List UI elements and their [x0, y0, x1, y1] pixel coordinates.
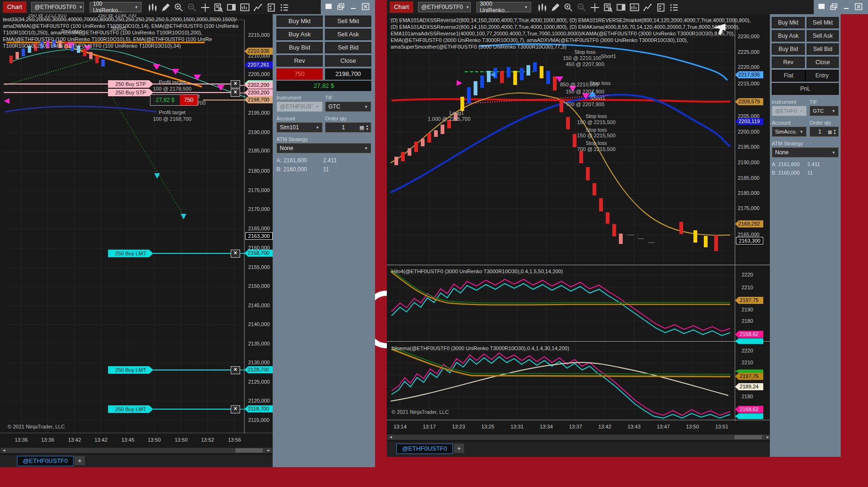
sell-mkt-button[interactable]: Sell Mkt	[807, 17, 839, 28]
order-qty-input[interactable]: 1 ▦ ▲▼	[810, 126, 839, 137]
cancel-order-button[interactable]: ×	[231, 89, 240, 97]
drawing-objects-icon[interactable]	[253, 2, 263, 12]
scrollbar-thumb[interactable]	[235, 448, 263, 453]
strategy-analyzer-icon[interactable]	[266, 2, 276, 12]
indicator-tag-gold: 2197,75	[735, 297, 763, 304]
sell-ask-button[interactable]: Sell Ask	[807, 30, 839, 42]
data-box-icon[interactable]	[213, 2, 224, 12]
data-box-icon[interactable]	[603, 2, 613, 12]
calculator-icon[interactable]: ▦	[828, 129, 832, 134]
cancel-order-button[interactable]: ×	[231, 405, 240, 413]
buy-stop-order-label[interactable]: 250 Buy STP	[108, 89, 153, 96]
instrument-tab[interactable]: @ETHF0USTF0	[17, 456, 74, 466]
cancel-order-button[interactable]: ×	[231, 366, 240, 374]
buy-bid-button[interactable]: Buy Bid	[276, 42, 323, 53]
reverse-button[interactable]: Rev	[772, 57, 805, 68]
atm-strategy-selector[interactable]: None▼	[772, 147, 839, 158]
drawing-objects-icon[interactable]	[643, 2, 653, 12]
order-panel-icon[interactable]	[226, 2, 237, 12]
properties-icon[interactable]	[279, 2, 290, 12]
qty-up-icon[interactable]: ▲	[366, 124, 369, 127]
sell-ask-button[interactable]: Sell Ask	[325, 29, 371, 40]
crosshair-icon[interactable]	[200, 2, 210, 12]
scroll-right-icon[interactable]: ►	[266, 448, 272, 453]
sell-bid-button[interactable]: Sell Bid	[807, 43, 839, 55]
panel-divider[interactable]	[387, 341, 772, 342]
account-selector[interactable]: Sim101▼	[276, 122, 323, 133]
calculator-icon[interactable]: ▦	[359, 125, 364, 131]
cancel-order-button[interactable]: ×	[231, 80, 240, 88]
maximize-icon[interactable]	[325, 3, 333, 10]
zoom-in-icon[interactable]	[174, 2, 184, 12]
entry-button[interactable]: Entry	[805, 70, 839, 82]
position-qty-value: 750	[180, 95, 198, 105]
right-chart-area[interactable]: (D) EMA101ADXSSReverse2(800,14,150,2000,…	[387, 14, 772, 421]
zoom-out-icon[interactable]	[576, 2, 587, 12]
properties-icon[interactable]	[669, 2, 679, 12]
left-chart-area[interactable]: test33(34,250,20000,30000,40000,70000,80…	[0, 14, 273, 433]
order-panel-icon[interactable]	[616, 2, 626, 12]
maximize-icon[interactable]	[818, 3, 826, 10]
right-instrument-select[interactable]: @ETHF0USTF0 ▼	[418, 2, 471, 12]
price-tick: 2180,000	[738, 190, 760, 196]
chart-style-icon[interactable]	[147, 2, 158, 12]
qty-down-icon[interactable]: ▼	[366, 127, 369, 131]
sell-mkt-button[interactable]: Sell Mkt	[325, 16, 371, 27]
order-qty-input[interactable]: 1 ▦ ▲▼	[325, 122, 371, 133]
buy-limit-order-label[interactable]: 250 Buy LMT	[108, 366, 153, 374]
close-icon[interactable]	[361, 3, 370, 10]
zoom-in-icon[interactable]	[563, 2, 574, 12]
scroll-left-icon[interactable]: ◄	[388, 435, 394, 440]
add-tab-button[interactable]: +	[75, 456, 85, 465]
buy-ask-button[interactable]: Buy Ask	[772, 30, 805, 42]
close-position-button[interactable]: Close	[807, 57, 839, 68]
right-period-select[interactable]: 3000 UniRenko... ▼	[476, 2, 531, 12]
crosshair-icon[interactable]	[590, 2, 600, 12]
draw-tool-icon[interactable]	[160, 2, 171, 12]
qty-up-icon[interactable]: ▲	[833, 128, 836, 132]
instrument-label: Instrument	[276, 95, 301, 101]
reverse-button[interactable]: Rev	[276, 55, 323, 67]
buy-stop-order-label[interactable]: 250 Buy STP	[108, 80, 153, 88]
draw-tool-icon[interactable]	[550, 2, 560, 12]
flat-button[interactable]: Flat	[772, 70, 805, 82]
zoom-out-icon[interactable]	[187, 2, 197, 12]
left-instrument-select[interactable]: @ETHF0USTF0 ▼	[31, 2, 84, 12]
buy-mkt-button[interactable]: Buy Mkt	[772, 17, 805, 28]
left-period-select[interactable]: 100 UniRenko... ▼	[90, 2, 142, 12]
minimize-icon[interactable]	[842, 3, 851, 10]
qty-down-icon[interactable]: ▼	[833, 132, 836, 135]
buy-ask-button[interactable]: Buy Ask	[276, 29, 323, 40]
scroll-left-icon[interactable]: ◄	[1, 448, 7, 453]
left-horizontal-scrollbar[interactable]: ◄ ►	[0, 447, 273, 453]
sell-bid-button[interactable]: Sell Bid	[325, 42, 371, 53]
buy-mkt-button[interactable]: Buy Mkt	[276, 16, 323, 27]
indicators-icon[interactable]	[629, 2, 640, 12]
buy-limit-order-label[interactable]: 250 Buy LMT	[108, 250, 153, 257]
cancel-order-button[interactable]: ×	[231, 250, 240, 258]
indicators-icon[interactable]	[240, 2, 250, 12]
scrollbar-thumb[interactable]	[734, 435, 762, 439]
restore-icon[interactable]	[337, 3, 345, 10]
strategy-analyzer-icon[interactable]	[656, 2, 666, 12]
buy-limit-order-label[interactable]: 250 Buy LMT	[108, 405, 153, 413]
pnl-button[interactable]: PnL	[772, 83, 839, 95]
close-position-button[interactable]: Close	[325, 55, 371, 67]
atm-strategy-selector[interactable]: None▼	[276, 143, 371, 153]
add-tab-button[interactable]: +	[454, 444, 464, 453]
price-tick: 2220,000	[738, 64, 760, 70]
buy-bid-button[interactable]: Buy Bid	[772, 43, 805, 55]
chart-style-icon[interactable]	[537, 2, 547, 12]
atm-strategy-label: ATM Strategy	[276, 136, 308, 142]
tif-selector[interactable]: GTC▼	[325, 101, 371, 112]
tif-selector[interactable]: GTC▼	[810, 106, 839, 116]
stop-loss-text: 150 @ 2210,100	[563, 55, 601, 61]
panel-divider[interactable]	[387, 265, 772, 265]
restore-icon[interactable]	[830, 3, 838, 10]
close-icon[interactable]	[854, 3, 863, 10]
account-selector[interactable]: SimAcco...▼	[772, 126, 807, 137]
right-horizontal-scrollbar[interactable]: ◄ ►	[387, 434, 772, 440]
minimize-icon[interactable]	[349, 3, 358, 10]
instrument-tab[interactable]: @ETHF0USTF0	[396, 444, 453, 454]
desktop: Chart @ETHF0USTF0 ▼ 100 UniRenko... ▼	[0, 0, 868, 487]
